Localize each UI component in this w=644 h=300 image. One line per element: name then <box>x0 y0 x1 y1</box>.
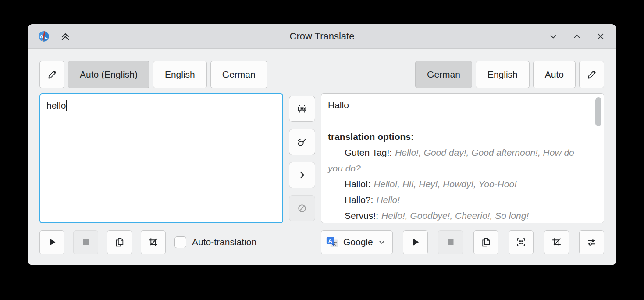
close-icon[interactable] <box>595 31 606 42</box>
ocr-source-button[interactable] <box>141 230 166 254</box>
play-source-button[interactable] <box>39 230 64 254</box>
svg-text:A: A <box>328 238 333 244</box>
google-translate-icon: A <box>326 236 339 249</box>
text-cursor <box>66 100 67 111</box>
source-text-input[interactable]: hello <box>39 93 283 223</box>
ocr-translation-button[interactable] <box>544 230 569 254</box>
translation-option: Guten Tag!:Hello!, Good day!, Good after… <box>328 145 584 176</box>
cancel-button <box>289 195 315 221</box>
copy-translation-button[interactable] <box>473 230 498 254</box>
scrollbar-track[interactable] <box>593 94 604 223</box>
chevron-down-icon <box>377 238 386 246</box>
language-bar: Auto (English) English German German Eng… <box>39 61 604 88</box>
svg-text:A: A <box>39 34 43 39</box>
copy-source-to-translation-button[interactable] <box>289 162 315 188</box>
source-toolbar: Auto-translation <box>39 230 283 254</box>
translation-option: Servus!:Hello!, Goodbye!, Cheerio!, So l… <box>328 208 584 223</box>
target-language-german[interactable]: German <box>415 61 472 88</box>
settings-button[interactable] <box>579 230 604 254</box>
target-language-auto[interactable]: Auto <box>533 61 576 88</box>
clear-text-button[interactable] <box>289 129 315 155</box>
auto-translation-toggle[interactable]: Auto-translation <box>174 236 256 248</box>
copy-source-button[interactable] <box>107 230 132 254</box>
keep-above-icon[interactable] <box>60 31 71 42</box>
stop-translation-button <box>438 230 463 254</box>
maximize-icon[interactable] <box>571 31 583 42</box>
app-logo-icon: A <box>38 30 50 43</box>
translation-options-heading: translation options: <box>328 129 584 145</box>
engine-label: Google <box>343 237 373 247</box>
open-in-window-button[interactable] <box>509 230 534 254</box>
stop-source-button <box>73 230 98 254</box>
minimize-icon[interactable] <box>548 31 559 42</box>
auto-translation-label: Auto-translation <box>192 237 256 247</box>
swap-languages-button[interactable] <box>289 96 315 122</box>
target-toolbar: A Google <box>321 230 604 254</box>
source-language-english[interactable]: English <box>153 61 207 88</box>
translation-primary: Hallo <box>328 97 584 113</box>
translation-output[interactable]: Hallo translation options: Guten Tag!:He… <box>321 93 604 223</box>
source-language-german[interactable]: German <box>210 61 267 88</box>
edit-source-languages-button[interactable] <box>39 61 64 88</box>
scrollbar-thumb[interactable] <box>595 97 601 126</box>
window-title: Crow Translate <box>28 31 616 42</box>
play-translation-button[interactable] <box>403 230 428 254</box>
engine-selector[interactable]: A Google <box>321 230 393 254</box>
titlebar[interactable]: Crow Translate A <box>28 24 616 49</box>
middle-button-column <box>283 93 321 223</box>
translation-option: Hallo?:Hello! <box>328 192 584 208</box>
crow-translate-window: Crow Translate A <box>28 24 616 265</box>
target-language-english[interactable]: English <box>476 61 530 88</box>
source-language-auto-english[interactable]: Auto (English) <box>68 61 149 88</box>
auto-translation-checkbox[interactable] <box>174 236 186 248</box>
source-text: hello <box>46 100 66 111</box>
edit-target-languages-button[interactable] <box>579 61 604 88</box>
translation-option: Hallo!:Hello!, Hi!, Hey!, Howdy!, Yoo-Ho… <box>328 176 584 192</box>
